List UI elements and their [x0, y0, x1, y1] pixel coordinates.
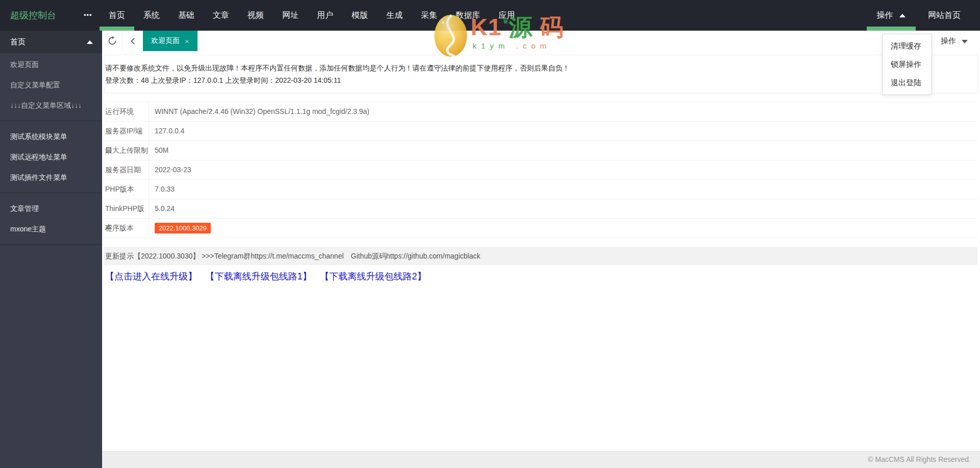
welcome-content: 请不要修改系统文件，以免升级出现故障！本程序不内置任何数据，添加任何数据均是个人…: [102, 51, 980, 283]
back-button[interactable]: [122, 31, 143, 51]
sidebar-section-extra: 文章管理 mxone主题: [0, 193, 102, 244]
version-badge: 2022.1000.3029: [155, 223, 211, 233]
chevron-left-icon: [131, 38, 137, 44]
tab-bar: 欢迎页面 × 操作: [102, 31, 980, 51]
row-label: 运行环境: [104, 102, 149, 121]
row-value: WINNT (Apache/2.4.46 (Win32) OpenSSL/1.1…: [149, 102, 370, 121]
top-nav-item-basic[interactable]: 基础: [169, 0, 204, 31]
refresh-button[interactable]: [102, 31, 122, 51]
row-value: 5.0.24: [149, 199, 175, 218]
topbar-action-label: 操作: [877, 11, 893, 19]
row-value: 127.0.0.4: [149, 122, 184, 141]
topbar-right: 操作 网站首页: [867, 0, 980, 31]
tab-welcome-page[interactable]: 欢迎页面 ×: [143, 31, 198, 51]
table-row: 最大上传限制 50M: [104, 141, 977, 160]
sidebar-item-test-plugin-file[interactable]: 测试插件文件菜单: [0, 167, 102, 188]
menu-item-clear-cache[interactable]: 清理缓存: [883, 37, 932, 55]
sidebar-item-welcome[interactable]: 欢迎页面: [0, 54, 102, 75]
top-nav-item-video[interactable]: 视频: [238, 0, 273, 31]
top-nav-item-database[interactable]: 数据库: [447, 0, 489, 31]
row-label: PHP版本: [104, 180, 149, 199]
sidebar: 首页 欢迎页面 自定义菜单配置 ↓↓↓自定义菜单区域↓↓↓ 测试系统模块菜单 测…: [0, 31, 102, 468]
online-upgrade-link[interactable]: 【点击进入在线升级】: [105, 271, 197, 282]
tab-action-label: 操作: [941, 36, 956, 45]
footer: © MacCMS All Rights Reserved.: [102, 451, 980, 468]
system-notice-panel: 请不要修改系统文件，以免升级出现故障！本程序不内置任何数据，添加任何数据均是个人…: [104, 55, 977, 93]
top-nav-item-website[interactable]: 网址: [273, 0, 308, 31]
top-nav-item-home[interactable]: 首页: [100, 0, 134, 31]
sidebar-group-title: 首页: [10, 37, 26, 46]
top-nav: 首页 系统 基础 文章 视频 网址 用户 模版 生成 采集 数据库 应用: [100, 0, 524, 31]
row-label: 程序版本: [104, 219, 149, 238]
sidebar-item-mxone-theme[interactable]: mxone主题: [0, 219, 102, 239]
sidebar-item-test-system-module[interactable]: 测试系统模块菜单: [0, 126, 102, 147]
table-row: 服务器IP/端口 127.0.0.4: [104, 122, 977, 141]
site-home-link[interactable]: 网站首页: [916, 0, 961, 31]
topbar: 超级控制台 ••• 首页 系统 基础 文章 视频 网址 用户 模版 生成 采集 …: [0, 0, 980, 31]
sidebar-group-home-children: 欢迎页面 自定义菜单配置 ↓↓↓自定义菜单区域↓↓↓: [0, 53, 102, 121]
offline-package-link-1[interactable]: 【下载离线升级包线路1】: [205, 271, 311, 282]
sidebar-item-custom-menu-config[interactable]: 自定义菜单配置: [0, 75, 102, 95]
action-dropdown-menu: 清理缓存 锁屏操作 退出登陆: [882, 34, 932, 95]
top-nav-item-system[interactable]: 系统: [134, 0, 169, 31]
top-nav-item-template[interactable]: 模版: [342, 0, 377, 31]
server-info-table: 运行环境 WINNT (Apache/2.4.46 (Win32) OpenSS…: [104, 102, 977, 238]
upgrade-links-row: 【点击进入在线升级】 【下载离线升级包线路1】 【下载离线升级包线路2】: [104, 270, 977, 283]
sidebar-group-home[interactable]: 首页: [0, 31, 102, 53]
close-icon[interactable]: ×: [185, 37, 189, 45]
row-value: 2022.1000.3029: [149, 219, 211, 238]
row-label: 最大上传限制: [104, 141, 149, 160]
row-value: 2022-03-23: [149, 160, 191, 179]
sidebar-item-article-manage[interactable]: 文章管理: [0, 198, 102, 219]
copyright-text: © MacCMS All Rights Reserved.: [868, 455, 971, 463]
refresh-icon: [107, 36, 117, 46]
top-nav-item-generate[interactable]: 生成: [377, 0, 412, 31]
top-nav-item-user[interactable]: 用户: [308, 0, 342, 31]
chevron-up-icon: [899, 14, 905, 17]
chevron-down-icon: [962, 40, 968, 43]
more-icon[interactable]: •••: [77, 0, 100, 31]
tab-action-menu-button[interactable]: 操作: [941, 31, 968, 51]
tab-label: 欢迎页面: [151, 36, 180, 45]
topbar-action-menu-button[interactable]: 操作: [867, 0, 916, 31]
row-label: 服务器IP/端口: [104, 122, 149, 141]
offline-package-link-2[interactable]: 【下载离线升级包线路2】: [320, 271, 426, 282]
top-nav-item-app[interactable]: 应用: [489, 0, 524, 31]
table-row: 服务器日期 2022-03-23: [104, 160, 977, 180]
top-nav-item-article[interactable]: 文章: [204, 0, 238, 31]
row-value: 7.0.33: [149, 180, 175, 199]
notice-login-info-line: 登录次数：48 上次登录IP：127.0.0.1 上次登录时间：2022-03-…: [105, 74, 970, 86]
sidebar-item-custom-menu-area[interactable]: ↓↓↓自定义菜单区域↓↓↓: [0, 95, 102, 115]
table-row: PHP版本 7.0.33: [104, 180, 977, 199]
table-row: 程序版本 2022.1000.3029: [104, 219, 977, 238]
sidebar-divider: [0, 244, 102, 245]
notice-warning-line: 请不要修改系统文件，以免升级出现故障！本程序不内置任何数据，添加任何数据均是个人…: [105, 62, 970, 74]
table-row: ThinkPHP版本 5.0.24: [104, 199, 977, 219]
table-row: 运行环境 WINNT (Apache/2.4.46 (Win32) OpenSS…: [104, 102, 977, 122]
menu-item-lock-screen[interactable]: 锁屏操作: [883, 55, 932, 74]
top-nav-item-collect[interactable]: 采集: [412, 0, 447, 31]
row-label: ThinkPHP版本: [104, 199, 149, 218]
sidebar-item-test-remote-url[interactable]: 测试远程地址菜单: [0, 147, 102, 167]
update-tip-bar: 更新提示【2022.1000.3030】 >>>Telegram群https:/…: [104, 247, 977, 265]
main-area: 欢迎页面 × 操作 请不要修改系统文件，以免升级出现故障！本程序不内置任何数据，…: [102, 31, 980, 468]
chevron-up-icon: [87, 40, 93, 44]
sidebar-section-test: 测试系统模块菜单 测试远程地址菜单 测试插件文件菜单: [0, 121, 102, 193]
app-logo: 超级控制台: [0, 0, 77, 31]
menu-item-logout[interactable]: 退出登陆: [883, 74, 932, 92]
row-label: 服务器日期: [104, 160, 149, 179]
row-value: 50M: [149, 141, 168, 160]
